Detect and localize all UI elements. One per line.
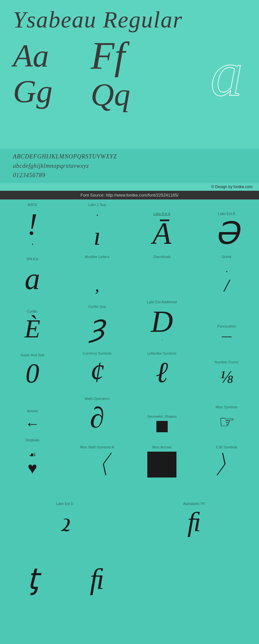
credit-bar: © Design by fontke.com — [0, 183, 259, 191]
specimen-Ff: Ff — [91, 37, 168, 75]
label-dingbats: Dingbats — [25, 438, 39, 442]
glyph-cell-ipaext: IPA Ext a — [0, 252, 65, 297]
glyph-cell-numberforms: Number Forms ⅛ — [194, 344, 259, 390]
glyph-cell-superandsub: Super And Sub 0 — [0, 344, 65, 390]
glyph-cell-miscarrows: Misc Arrows — [130, 435, 194, 480]
glyph-cell-latinextb: Latin Ext B Ə — [194, 199, 259, 252]
char-dingbat-top: ☙ — [29, 451, 36, 459]
char-period: · — [31, 240, 33, 249]
glyph-cell-latin1sup: Latin 1 Sup · ı — [65, 199, 130, 252]
label-latinextb: Latin Ext B — [218, 212, 235, 216]
digits: 0123456789 — [13, 171, 246, 180]
label-miscmathA: Misc Math Symbols A — [80, 445, 114, 449]
char-cent: ¢ — [90, 358, 105, 387]
char-zero: 0 — [26, 360, 39, 387]
specimen-a-white: a — [168, 41, 246, 106]
alphabet-section: ABCDEFGHIJKLMNOPQRSTUVWXYZ abcdefghijklm… — [0, 149, 259, 183]
header-section: Ysabeau Regular Aa Gg Ff Qq a — [0, 0, 259, 149]
alphabet-upper: ABCDEFGHIJKLMNOPQRSTUVWXYZ — [13, 152, 246, 161]
label-latinexta: Latin Ext A — [153, 212, 171, 216]
char-tz: ƫ — [27, 565, 38, 594]
specimen-Gg: Gg — [13, 75, 91, 108]
label-punctuation: Punctuation — [217, 324, 236, 328]
glyph-cell-latinextadd: Latin Ext Additional D · — [130, 297, 194, 344]
label-greek: Greek — [222, 255, 231, 259]
glyph-empty-2 — [194, 538, 259, 596]
char-comma: , — [95, 276, 99, 294]
glyph-cell-miscmathA: Misc Math Symbols A 〈 — [65, 435, 130, 480]
glyph-cell-mathops: Math Operators ∂ — [65, 390, 130, 435]
label-arrows: Arrows — [27, 409, 38, 413]
label-alphabeticpf: Alphabetic PF — [183, 502, 205, 506]
label-mathops: Math Operators — [85, 397, 109, 401]
ascii-chars: ! · — [27, 209, 38, 249]
greek-chars: · / — [224, 261, 229, 294]
label-miscsymbols: Misc Symbols — [216, 405, 238, 409]
glyph-cell-alphabeticpf: Alphabetic PF ﬁ — [130, 480, 259, 538]
glyph-cell-modletters: Modifier Letters , — [65, 252, 130, 297]
specimen-col-1: Aa Gg — [13, 40, 91, 108]
char-dot: · — [96, 211, 98, 220]
glyph-cell-arrows: Arrows ← — [0, 390, 65, 435]
glyph-cell-alphabeticpf-bot: ﬁ — [65, 538, 130, 596]
char-Egrave: È — [25, 316, 40, 342]
label-latinextadd: Latin Ext Additional — [147, 300, 177, 304]
latin1sup-chars: · ı — [94, 209, 101, 249]
label-cjksymbols: CJK Symbols — [216, 445, 237, 449]
char-arrow-left: ← — [25, 415, 40, 432]
glyph-cell-letterlike: Letterlike Symbols ℓ — [130, 344, 194, 390]
glyph-cell-diacriticals: Diacriticals — [130, 252, 194, 297]
label-numberforms: Number Forms — [215, 360, 238, 364]
label-superandsub: Super And Sub — [20, 353, 44, 357]
glyph-cell-dingbats: Dingbats ☙ ♥ — [0, 435, 65, 480]
label-miscarrows: Misc Arrows — [152, 445, 171, 449]
source-text: Font Source: http://www.fontke.com/font/… — [81, 193, 179, 198]
label-diacriticals: Diacriticals — [153, 255, 170, 259]
char-dash: — — [222, 331, 231, 342]
char-rangle: 〉 — [214, 452, 240, 478]
char-langle: 〈 — [84, 452, 110, 478]
label-ascii: ASCII — [28, 203, 37, 207]
char-slash: / — [224, 276, 229, 294]
glyph-grid: ASCII ! · Latin 1 Sup · ı Latin Ext A Ā … — [0, 199, 259, 596]
label-currency: Currency Symbols — [83, 351, 112, 355]
glyph-cell-punctuation: Punctuation — — [194, 297, 259, 344]
alphabet-lower: abcdefghijklmnopqrstuvwxyz — [13, 161, 246, 171]
glyph-cell-miscsymbols: Misc Symbols ☞ — [194, 390, 259, 435]
char-black-square-small — [156, 421, 168, 432]
dingbats-chars: ☙ ♥ — [28, 445, 37, 478]
char-yogh: ȝ — [89, 311, 105, 342]
char-latinextd: ꝛ — [60, 508, 70, 536]
label-cyrillicsup: Cyrillic Sup — [88, 305, 106, 308]
char-black-rect-large — [147, 452, 176, 478]
char-ell: ℓ — [156, 358, 168, 387]
glyph-empty-1 — [130, 538, 194, 596]
char-fraction: ⅛ — [220, 367, 233, 387]
char-iota: ı — [94, 223, 101, 249]
font-title: Ysabeau Regular — [13, 6, 246, 33]
glyph-cell-latinextd: Latin Ext D ꝛ — [0, 480, 130, 538]
char-fi: ﬁ — [90, 565, 105, 594]
glyph-cell-greek: Greek · / — [194, 252, 259, 297]
label-geoshapes: Geometric Shapes — [147, 414, 176, 418]
label-cyrillic: Cyrillic — [27, 309, 38, 313]
specimen-col-2: Ff Qq — [91, 37, 168, 111]
glyph-cell-cjksymbols: CJK Symbols 〉 — [194, 435, 259, 480]
glyph-cell-currency: Currency Symbols ¢ — [65, 344, 130, 390]
glyph-cell-cyrillic: Cyrillic È — [0, 297, 65, 344]
label-latinextd: Latin Ext D — [56, 502, 73, 506]
label-ipaext: IPA Ext — [27, 257, 38, 261]
char-dot-mid: · — [225, 267, 228, 276]
char-hand-pointing: ☞ — [219, 412, 235, 432]
char-schwa: Ə — [215, 218, 239, 249]
credit-text: © Design by fontke.com — [211, 185, 253, 189]
char-alphabeticpf: ﬁ — [187, 508, 201, 536]
label-modletters: Modifier Letters — [85, 255, 109, 259]
char-Abar: Ā — [152, 218, 171, 249]
modletters-chars: , — [95, 261, 99, 294]
specimen-Qq: Qq — [91, 79, 168, 111]
char-exclaim: ! — [27, 209, 38, 240]
latinextadd-chars: D · — [151, 306, 173, 342]
specimen-grid: Aa Gg Ff Qq a — [13, 37, 246, 111]
glyph-cell-geoshapes: Geometric Shapes — [130, 390, 194, 435]
